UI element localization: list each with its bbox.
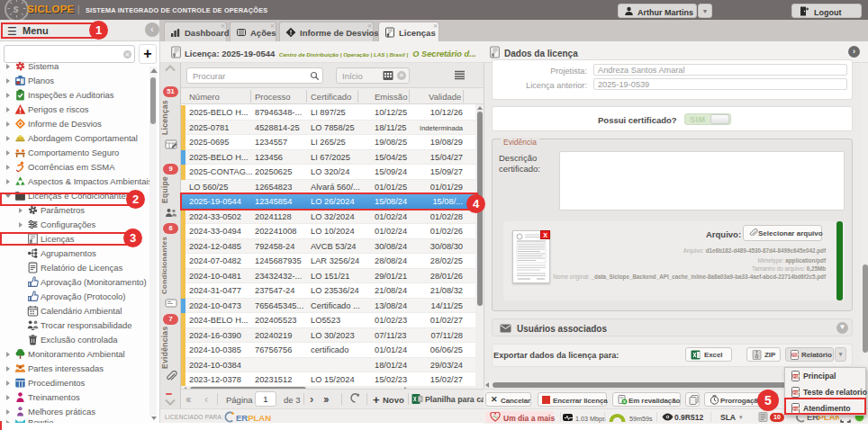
svg-text:PDF: PDF — [792, 354, 799, 357]
svg-text:PDF: PDF — [793, 375, 800, 379]
svg-text:s: s — [13, 3, 19, 15]
svg-text:PDF: PDF — [793, 391, 800, 395]
